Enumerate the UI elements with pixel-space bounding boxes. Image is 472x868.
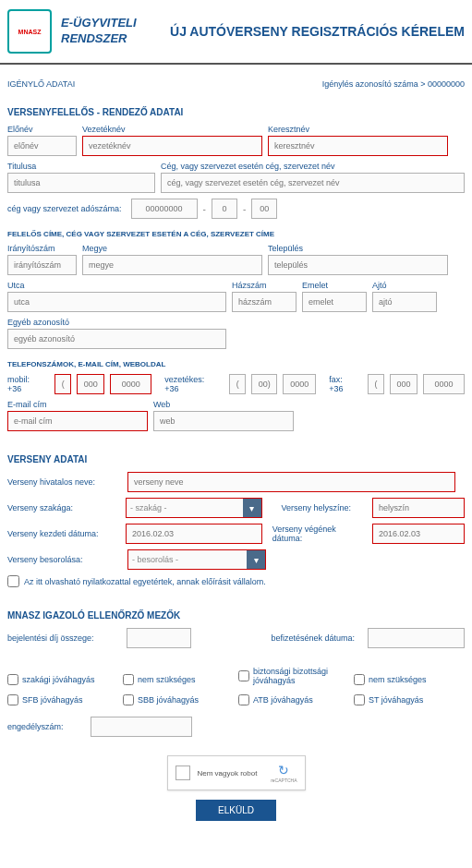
befizetes-input[interactable] [368, 628, 465, 648]
app-header: MNASZ E-ÜGYVITELI RENDSZER ÚJ AUTÓVERSEN… [0, 0, 472, 65]
dij-input[interactable] [127, 628, 191, 648]
label-verseny-nev: Verseny hivatalos neve: [7, 477, 118, 487]
breadcrumb: IGÉNYLŐ ADATAI Igénylés azonosító száma … [7, 79, 465, 89]
mobil-p2[interactable] [77, 374, 104, 394]
chk-sbb[interactable] [123, 694, 134, 705]
label-ceg: Cég, vagy szervezet esetén cég, szerveze… [161, 162, 465, 171]
label-keresztnev: Keresztnév [268, 125, 448, 134]
label-befizetes: befizetésének dátuma: [271, 633, 358, 643]
label-egyeb: Egyéb azonosító [7, 318, 226, 327]
label-adoszam: cég vagy szervezet adószáma: [7, 204, 122, 213]
submit-button[interactable]: ELKÜLD [196, 800, 276, 821]
recaptcha[interactable]: Nem vagyok robot ↻reCAPTCHA [167, 755, 306, 790]
chk-szakagi[interactable] [7, 674, 18, 685]
kezdet-input[interactable] [126, 524, 262, 544]
iranyitoszam-input[interactable] [7, 255, 77, 275]
recaptcha-checkbox[interactable] [175, 766, 190, 780]
email-input[interactable] [7, 411, 148, 431]
mnasz-logo: MNASZ [7, 9, 52, 54]
section-approval: MNASZ IGAZOLÓ ELLENŐRZŐ MEZŐK [7, 610, 465, 621]
label-iranyitoszam: Irányítószám [7, 244, 77, 253]
section-competition: VERSENY ADATAI [7, 454, 465, 464]
telepules-input[interactable] [268, 255, 448, 275]
fax-p1[interactable] [368, 374, 384, 394]
recaptcha-logo-icon: ↻reCAPTCHA [271, 763, 297, 783]
label-megye: Megye [82, 244, 262, 253]
label-fax: fax: +36 [329, 375, 358, 393]
label-engedelyszam: engedélyszám: [7, 722, 81, 731]
label-vezetekes: vezetékes: +36 [164, 375, 220, 393]
label-dij: bejelentési díj összege: [7, 633, 117, 643]
section-organizer: VERSENYFELELŐS - RENDEZŐ ADATAI [7, 107, 465, 117]
tax1-input[interactable] [131, 199, 198, 219]
vez-p3[interactable] [283, 374, 316, 394]
label-vezeteknev: Vezetéknév [82, 125, 262, 134]
label-besorolas: Verseny besorolása: [7, 555, 118, 564]
label-hazszam: Házszám [232, 281, 297, 290]
titulusa-input[interactable] [7, 173, 155, 193]
ceg-input[interactable] [161, 173, 465, 193]
section-address: FELELŐS CÍME, CÉG VAGY SZERVEZET ESETÉN … [7, 230, 465, 238]
label-kezdet: Verseny kezdeti dátuma: [7, 529, 116, 538]
mobil-p3[interactable] [110, 374, 151, 394]
hazszam-input[interactable] [232, 292, 297, 312]
engedelyszam-input[interactable] [91, 717, 192, 737]
label-mobil: mobil: +36 [7, 375, 45, 393]
vezeteknev-input[interactable] [82, 136, 262, 156]
label-ajto: Ajtó [372, 281, 437, 290]
section-contacts: TELEFONSZÁMOK, E-MAIL CÍM, WEBOLDAL [7, 360, 465, 368]
tax2-input[interactable] [212, 199, 237, 219]
tax3-input[interactable] [251, 199, 277, 219]
label-veg: Verseny végének dátuma: [272, 524, 363, 543]
label-szakag: Verseny szakága: [7, 503, 116, 512]
fax-p2[interactable] [390, 374, 418, 394]
utca-input[interactable] [7, 292, 226, 312]
chk-biztonsagi[interactable] [238, 670, 249, 681]
elonev-input[interactable] [7, 136, 77, 156]
label-helyszin: Verseny helyszíne: [282, 503, 364, 512]
chk-st[interactable] [354, 694, 365, 705]
label-elonev: Előnév [7, 125, 77, 134]
chk-sfb[interactable] [7, 694, 18, 705]
keresztnev-input[interactable] [268, 136, 448, 156]
fax-p3[interactable] [423, 374, 465, 394]
label-utca: Utca [7, 281, 226, 290]
helyszin-input[interactable] [372, 498, 465, 518]
label-titulusa: Titulusa [7, 162, 155, 171]
web-input[interactable] [153, 411, 294, 431]
page-title: ÚJ AUTÓVERSENY REGISZTRÁCIÓS KÉRELEM [170, 24, 465, 39]
chk-nemszukseges2[interactable] [354, 674, 365, 685]
chk-nemszukseges1[interactable] [123, 674, 134, 685]
ajto-input[interactable] [372, 292, 437, 312]
label-web: Web [153, 400, 294, 409]
brand-text: E-ÜGYVITELI RENDSZER [61, 16, 137, 47]
verseny-nev-input[interactable] [127, 472, 455, 492]
megye-input[interactable] [82, 255, 262, 275]
veg-input[interactable] [372, 524, 465, 544]
vez-p1[interactable] [229, 374, 246, 394]
declaration-link[interactable]: itt olvasható nyilatkozattal [36, 577, 131, 586]
chk-atb[interactable] [238, 694, 249, 705]
besorolas-select[interactable]: - besorolás - [127, 549, 266, 570]
declaration-checkbox[interactable] [7, 575, 19, 587]
label-email: E-mail cím [7, 400, 148, 409]
label-emelet: Emelet [302, 281, 367, 290]
emelet-input[interactable] [302, 292, 367, 312]
vez-p2[interactable] [251, 374, 277, 394]
szakag-select[interactable]: - szakág - [126, 498, 262, 518]
mobil-p1[interactable] [54, 374, 71, 394]
declaration-row: Az itt olvasható nyilatkozattal egyetért… [7, 575, 465, 587]
label-telepules: Település [268, 244, 448, 253]
egyeb-input[interactable] [7, 329, 226, 349]
